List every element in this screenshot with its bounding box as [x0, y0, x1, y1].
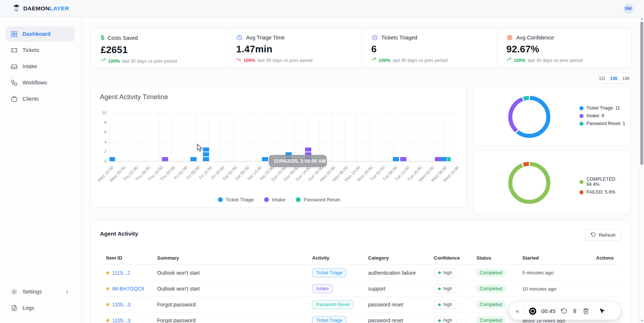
summary-cell: Forgot password: [151, 302, 306, 308]
recorder-collapse-button[interactable]: «: [516, 308, 519, 315]
check-circle-icon: [371, 34, 378, 41]
x-tick-label: Fri 02:00: [173, 165, 188, 180]
confidence-dot: [438, 319, 441, 322]
confidence-badge: high: [434, 316, 457, 323]
legend-dot: [264, 197, 269, 202]
sidebar-item-label: Workflows: [22, 80, 47, 86]
completion-rate-donut: [506, 160, 552, 206]
recorder-divider: [594, 307, 594, 315]
column-header-activity: Activity: [306, 255, 362, 261]
confidence-dot: [438, 303, 441, 306]
legend-dot: [579, 190, 584, 194]
item-status-dot: [106, 303, 109, 306]
stat-trend-percent: 100%: [108, 59, 120, 64]
sidebar-item-intake[interactable]: Intake: [6, 59, 75, 74]
clock-icon: [236, 34, 243, 41]
timeline-bar: [447, 157, 451, 161]
stat-label: Avg Triage Time: [246, 35, 285, 41]
status-badge: Completed: [477, 316, 505, 323]
stat-value: 1.47min: [236, 44, 352, 55]
item-id-link[interactable]: 1105...3: [112, 317, 131, 323]
stat-trend-percent: 100%: [514, 58, 526, 63]
stat-value: £2651: [101, 44, 217, 56]
sidebar-item-tickets[interactable]: Tickets: [6, 42, 75, 58]
sidebar-item-dashboard[interactable]: Dashboard: [6, 26, 75, 42]
chart-tooltip: 11/04/2025, 2:00:00 AM: [269, 155, 327, 167]
rotate-ccw-icon: [561, 308, 567, 314]
timeline-bar: [393, 157, 399, 161]
sidebar-nav: DashboardTicketsIntakeWorkflowsClients: [0, 26, 81, 107]
legend-item-failed: FAILED: 5.6%: [579, 190, 630, 195]
topbar: DAEMONLAYER RM: [0, 0, 644, 17]
item-id-link[interactable]: 1105...3: [112, 302, 131, 308]
table-row[interactable]: 1119...2Outlook won't startTicket Triage…: [100, 265, 621, 281]
table-title: Agent Activity: [100, 230, 138, 237]
timeline-bar: [262, 157, 268, 161]
legend-item-password-reset: Password Reset: 1: [579, 121, 625, 126]
status-badge: Completed: [477, 269, 505, 277]
stat-trend-percent: 100%: [243, 58, 255, 63]
chevron-right-icon: [65, 289, 70, 295]
chart-title: Agent Activity Timeline: [100, 93, 168, 101]
activity-badge: Intake: [312, 284, 333, 293]
confidence-dot: [438, 288, 441, 290]
pointer-icon: [599, 308, 605, 314]
stat-trend-note: last 30 days vs prev period: [392, 58, 447, 63]
completion-rate-card: COMPLETED: 94.4%FAILED: 5.6%: [473, 150, 630, 214]
activity-timeline-card: Agent Activity Timeline 0246810 Wed 14:0…: [91, 87, 467, 208]
confidence-badge: high: [434, 300, 457, 309]
trend-up-icon: [371, 57, 377, 62]
table-header-row: Item IDSummaryActivityCategoryConfidence…: [100, 251, 621, 265]
item-id-link[interactable]: IM-BH7GQC8: [112, 286, 144, 292]
time-range-toggle: 1D1W1M: [598, 73, 630, 84]
legend-dot: [218, 197, 223, 202]
refresh-icon: [591, 232, 596, 238]
target-icon: [506, 34, 513, 41]
toggle-option-1d[interactable]: 1D: [599, 76, 605, 81]
stats-summary-card: $Costs Saved£2651100%last 30 days vs pre…: [91, 28, 632, 68]
stat-trend-note: last 30 days vs prev period: [257, 58, 312, 63]
record-stop-button[interactable]: [529, 308, 536, 315]
x-tick-label: Fri 08:00: [186, 165, 201, 180]
sidebar-item-clients[interactable]: Clients: [6, 91, 75, 107]
scrollbar-thumb[interactable]: [640, 22, 643, 165]
legend-item-ticket-triage: Ticket Triage: [218, 197, 254, 202]
column-header-category: Category: [362, 255, 427, 261]
sidebar-item-label: Clients: [22, 96, 39, 102]
timeline-bar: [441, 157, 447, 161]
started-cell: 5 minutes ago: [516, 270, 590, 275]
category-cell: authentication failure: [362, 270, 427, 276]
sidebar-item-logs[interactable]: Logs: [6, 300, 75, 316]
timeline-bar: [109, 157, 115, 161]
legend-dot: [579, 114, 584, 118]
brand-logo[interactable]: DAEMONLAYER: [12, 4, 69, 14]
stat-trend-percent: 100%: [379, 58, 391, 63]
refresh-button[interactable]: Refresh: [585, 229, 621, 241]
confidence-badge: high: [434, 284, 457, 293]
recorder-pause-button[interactable]: [572, 308, 578, 314]
user-avatar[interactable]: RM: [623, 4, 633, 14]
sidebar-item-settings[interactable]: Settings: [6, 284, 75, 299]
item-status-dot: [106, 287, 109, 290]
y-tick-label: 10: [91, 111, 107, 115]
scrollbar-down-arrow[interactable]: ▼: [640, 319, 644, 322]
recorder-restart-button[interactable]: [561, 308, 567, 314]
trend-down-icon: [236, 57, 241, 62]
sidebar-item-workflows[interactable]: Workflows: [6, 75, 75, 90]
legend-item-ticket-triage: Ticket Triage: 11: [579, 105, 625, 111]
toggle-option-1m[interactable]: 1M: [622, 76, 629, 81]
legend-dot: [579, 122, 584, 126]
toggle-option-1w[interactable]: 1W: [610, 76, 617, 81]
table-row[interactable]: IM-BH7GQC8Outlook won't startIntakesuppo…: [100, 281, 621, 296]
y-tick-label: 8: [91, 120, 107, 125]
recorder-divider: [524, 307, 524, 315]
summary-cell: Outlook won't start: [151, 286, 306, 292]
activity-breakdown-legend: Ticket Triage: 11Intake: 6Password Reset…: [579, 105, 625, 126]
recorder-pointer-button[interactable]: [599, 308, 605, 314]
item-id-link[interactable]: 1119...2: [112, 270, 130, 276]
recorder-delete-button[interactable]: [583, 308, 589, 314]
stat-label: Tickets Triaged: [381, 35, 418, 41]
legend-item-intake: Intake: 6: [579, 113, 625, 118]
scrollbar-up-arrow[interactable]: ▲: [640, 17, 644, 20]
page-scrollbar[interactable]: ▲ ▼: [639, 15, 644, 323]
